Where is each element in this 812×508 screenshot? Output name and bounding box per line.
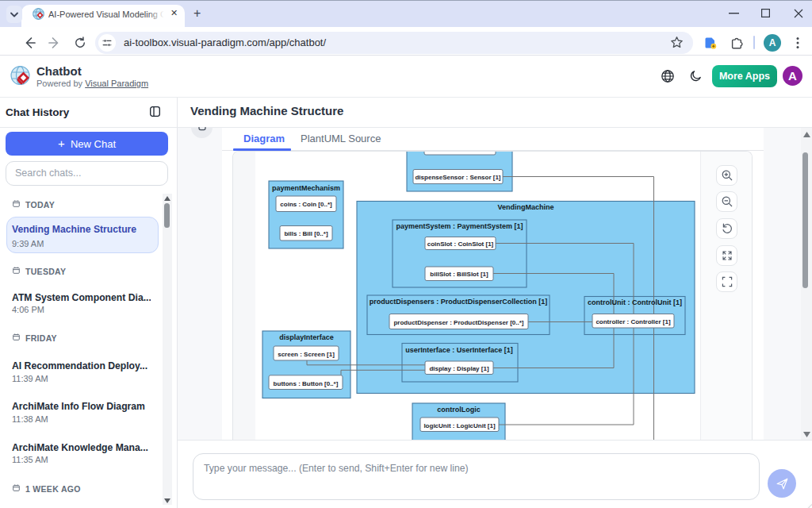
svg-text:userInterface : UserInterface: userInterface : UserInterface [1] [405,346,513,354]
svg-text:paymentSystem : PaymentSystem: paymentSystem : PaymentSystem [1] [396,222,523,230]
svg-text:displayInterface: displayInterface [279,333,334,341]
svg-text:logicUnit : LogicUnit [1]: logicUnit : LogicUnit [1] [423,422,496,429]
svg-text:billSlot : BillSlot [1]: billSlot : BillSlot [1] [430,271,488,278]
svg-text:controlLogic: controlLogic [437,406,481,414]
svg-text:coins : Coin [0..*]: coins : Coin [0..*] [280,201,332,208]
svg-text:productDispensers : ProductDis: productDispensers : ProductDispenserColl… [370,298,548,306]
svg-text:buttons : Button [0..*]: buttons : Button [0..*] [274,380,339,387]
svg-text:controller : Controller [1]: controller : Controller [1] [596,318,671,325]
svg-text:bills : Bill [0..*]: bills : Bill [0..*] [284,230,327,237]
svg-text:controlUnit : ControlUnit [1]: controlUnit : ControlUnit [1] [588,298,682,306]
svg-text:productDispenser : ProductDisp: productDispenser : ProductDispenser [0..… [393,319,523,326]
svg-text:screen : Screen [1]: screen : Screen [1] [278,351,335,358]
svg-text:VendingMachine: VendingMachine [497,203,553,211]
svg-text:dispenseSensor : Sensor [1]: dispenseSensor : Sensor [1] [415,174,500,181]
svg-text:paymentMechanism: paymentMechanism [272,184,340,192]
svg-text:display : Display [1]: display : Display [1] [429,365,488,372]
svg-text:coinSlot : CoinSlot [1]: coinSlot : CoinSlot [1] [427,241,494,248]
